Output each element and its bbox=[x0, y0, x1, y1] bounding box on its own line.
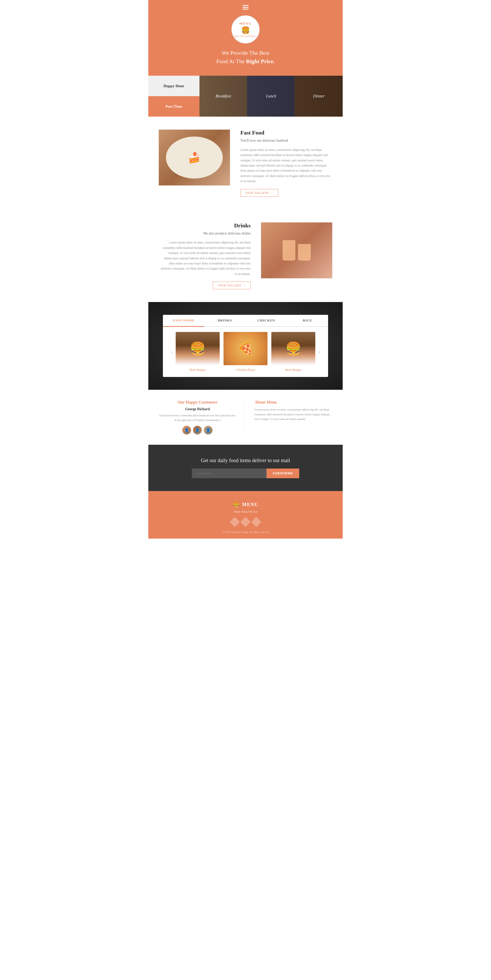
lunch-section[interactable]: Lunch bbox=[247, 76, 295, 117]
menu-card-label-3: Beef Burger bbox=[285, 368, 302, 372]
menu-container: FAST FOOD DRINKS CHICKEN RICE ‹ 🍔 Beef B… bbox=[163, 315, 328, 377]
menu-section: FAST FOOD DRINKS CHICKEN RICE ‹ 🍔 Beef B… bbox=[148, 302, 343, 390]
menu-cards: 🍔 Beef Burger 🍕 Chicken Pizza 🍔 Beef Bur… bbox=[176, 332, 315, 372]
footer-copyright: © 2014 Comp.ely Design. All rights reser… bbox=[153, 531, 338, 533]
logo-circle: MENU 🍔 Enjoy Your Lunch With Us bbox=[232, 15, 259, 43]
glass-decoration-2 bbox=[298, 244, 311, 261]
fast-food-subtitle: You'll love our delicious fastfood bbox=[240, 138, 332, 144]
tab-chicken[interactable]: CHICKEN bbox=[246, 315, 287, 326]
dinner-label: Dinner bbox=[313, 94, 324, 99]
glass-decoration-1 bbox=[283, 240, 296, 261]
footer-tagline: Thats What We Are bbox=[153, 510, 338, 514]
customer-quote: Great food menu is awesome,there foods a… bbox=[159, 413, 237, 422]
fast-food-gallery-button[interactable]: VIEW GALLERY bbox=[240, 189, 278, 197]
breakfast-section[interactable]: Breakfast bbox=[199, 76, 247, 117]
happy-hour-label[interactable]: Happy Hour bbox=[148, 76, 199, 96]
footer-social-icons bbox=[153, 519, 338, 525]
testimonial-avatars: ‹ 👤 👤 👤 › bbox=[159, 426, 237, 434]
email-input[interactable] bbox=[192, 469, 267, 478]
testimonials-left: Our Happy Customers George Richard Great… bbox=[159, 400, 245, 434]
subscribe-button[interactable]: SUBSCRIBE bbox=[267, 469, 299, 478]
header-tagline: We Provide The Best Food At The Right Pr… bbox=[148, 49, 343, 65]
menu-card-img-2: 🍕 bbox=[224, 332, 267, 365]
hamburger-menu-icon[interactable] bbox=[242, 5, 249, 10]
social-icon-1[interactable] bbox=[230, 517, 240, 527]
header: MENU 🍔 Enjoy Your Lunch With Us We Provi… bbox=[148, 0, 343, 76]
avatar-3[interactable]: 👤 bbox=[204, 426, 213, 434]
logo-title: MENU bbox=[239, 21, 252, 25]
lunch-label: Lunch bbox=[266, 94, 276, 99]
social-icon-2[interactable] bbox=[240, 517, 251, 527]
burger-icon: 🍔 bbox=[241, 26, 250, 35]
menu-card-img-3: 🍔 bbox=[271, 332, 315, 365]
subscribe-section: Get our daily food items deliver to our … bbox=[148, 445, 343, 491]
hero-section: Happy Hour Part Time Breakfast Lunch Din… bbox=[148, 76, 343, 117]
fast-food-content: Fast Food You'll love our delicious fast… bbox=[240, 129, 332, 197]
menu-card-label-1: Beef Burger bbox=[189, 368, 206, 372]
menu-card-1: 🍔 Beef Burger bbox=[176, 332, 220, 372]
menu-card-label-2: Chicken Pizza bbox=[236, 368, 255, 372]
drinks-image bbox=[261, 222, 332, 278]
avatar-2[interactable]: 👤 bbox=[193, 426, 202, 434]
subscribe-form: SUBSCRIBE bbox=[192, 469, 299, 478]
tab-drinks[interactable]: DRINKS bbox=[204, 315, 246, 326]
drinks-body: Lorem ipsum dolor sit amet, consectetuer… bbox=[159, 240, 251, 277]
fast-food-title: Fast Food bbox=[240, 129, 332, 136]
burger-visual-2: 🍔 bbox=[271, 332, 315, 365]
menu-next-arrow[interactable]: › bbox=[315, 349, 323, 355]
about-text: Lorem ipsum dolor sit amet, consectetuer… bbox=[255, 407, 333, 422]
subscribe-title: Get our daily food items deliver to our … bbox=[159, 458, 332, 463]
menu-card-img-1: 🍔 bbox=[176, 332, 220, 365]
drinks-content: Drinks We also produce delicious drinks … bbox=[159, 222, 251, 290]
footer-burger-icon: 🍔 bbox=[233, 501, 240, 508]
customer-name: George Richard bbox=[159, 407, 237, 411]
footer-logo-text: MENU bbox=[242, 502, 258, 508]
menu-card-3: 🍔 Beef Burger bbox=[271, 332, 315, 372]
food-plate-decoration: 🍰 bbox=[166, 137, 223, 178]
pizza-visual: 🍕 bbox=[224, 332, 267, 365]
footer: 🍔 MENU Thats What We Are © 2014 Comp.ely… bbox=[148, 491, 343, 539]
social-icon-3[interactable] bbox=[251, 517, 261, 527]
fast-food-body: Lorem ipsum dolor sit amet, consectetuer… bbox=[240, 147, 332, 184]
drinks-title: Drinks bbox=[159, 222, 251, 229]
about-section: About Menu Lorem ipsum dolor sit amet, c… bbox=[252, 400, 333, 434]
menu-card-2: 🍕 Chicken Pizza bbox=[224, 332, 267, 372]
fast-food-section: 🍰 Fast Food You'll love our delicious fa… bbox=[148, 117, 343, 210]
fast-food-image: 🍰 bbox=[159, 129, 230, 186]
testimonials-section: Our Happy Customers George Richard Great… bbox=[148, 390, 343, 445]
dinner-section[interactable]: Dinner bbox=[295, 76, 343, 117]
about-title: About Menu bbox=[255, 400, 333, 404]
hero-left-panel: Happy Hour Part Time bbox=[148, 76, 199, 117]
tab-fast-food[interactable]: FAST FOOD bbox=[163, 315, 204, 327]
footer-logo: 🍔 MENU bbox=[153, 501, 338, 508]
menu-tabs: FAST FOOD DRINKS CHICKEN RICE bbox=[163, 315, 328, 327]
burger-visual-1: 🍔 bbox=[176, 332, 220, 365]
hero-images: Breakfast Lunch Dinner bbox=[199, 76, 343, 117]
drinks-subtitle: We also produce delicious drinks bbox=[159, 231, 251, 237]
drinks-gallery-button[interactable]: VIEW GALLERY bbox=[213, 282, 251, 289]
testimonials-title: Our Happy Customers bbox=[159, 400, 237, 404]
part-time-label[interactable]: Part Time bbox=[148, 96, 199, 117]
menu-items: ‹ 🍔 Beef Burger 🍕 Chicken Pizza 🍔 bbox=[163, 327, 328, 377]
testimonial-prev-arrow[interactable]: ‹ bbox=[179, 428, 180, 433]
tab-rice[interactable]: RICE bbox=[287, 315, 328, 326]
menu-prev-arrow[interactable]: ‹ bbox=[168, 349, 176, 355]
breakfast-label: Breakfast bbox=[216, 94, 231, 99]
drinks-section: Drinks We also produce delicious drinks … bbox=[148, 210, 343, 302]
testimonial-next-arrow[interactable]: › bbox=[215, 428, 216, 433]
logo-subtitle: Enjoy Your Lunch With Us bbox=[234, 35, 256, 37]
avatar-1[interactable]: 👤 bbox=[182, 426, 191, 434]
